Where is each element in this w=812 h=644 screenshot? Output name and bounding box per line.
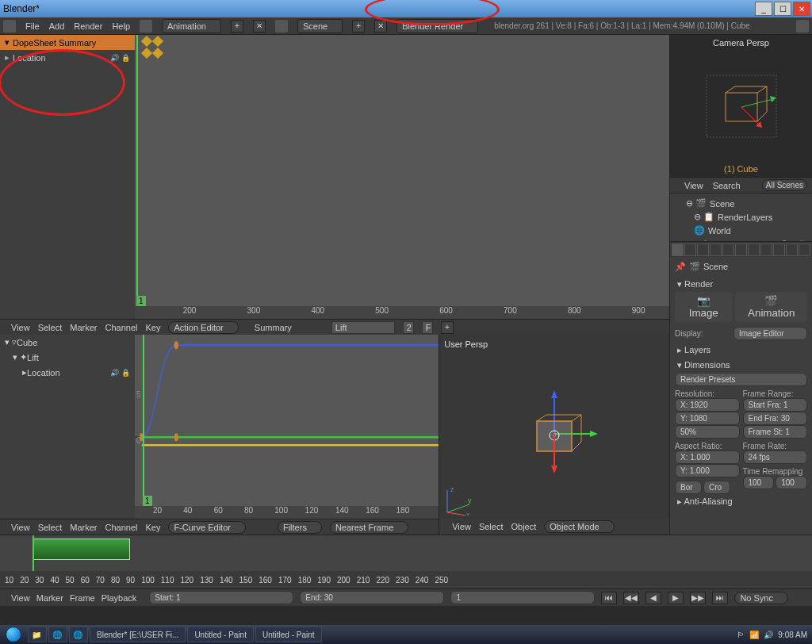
res-pct-field[interactable]: 50% (675, 425, 740, 439)
v3d-menu-select[interactable]: Select (479, 522, 504, 531)
outliner-renderlayers[interactable]: ⊖ 📋 RenderLayers (670, 210, 812, 224)
start-frame-field[interactable]: Start: 1 (149, 591, 293, 604)
taskbar-blender[interactable]: Blender* [E:\USER Fi... (90, 627, 186, 642)
dope-menu-marker[interactable]: Marker (70, 323, 97, 332)
layout-browse-icon[interactable] (140, 20, 152, 33)
res-x-field[interactable]: X: 1920 (675, 398, 740, 412)
outliner-camera[interactable]: ⊕ 📷 Camera👁↖📷 (670, 237, 812, 241)
dope-menu-select[interactable]: Select (38, 323, 63, 332)
keyframe-icon[interactable] (141, 48, 152, 59)
filters-button[interactable]: Filters (278, 521, 322, 534)
display-dropdown[interactable]: Image Editor (733, 327, 807, 340)
tray-network-icon[interactable]: 📶 (749, 631, 759, 639)
keyframe-icon[interactable] (152, 36, 163, 47)
aa-panel-header[interactable]: ▸ Anti-Aliasing (675, 494, 807, 509)
outliner-view[interactable]: View (684, 181, 703, 190)
minimize-button[interactable]: _ (755, 2, 772, 16)
keyframe-icon[interactable] (152, 48, 163, 59)
frame-start-field[interactable]: Start Fra: 1 (743, 398, 808, 412)
outliner-display-dropdown[interactable]: All Scenes (762, 179, 807, 191)
graph-frame-indicator[interactable] (143, 335, 144, 519)
tl-menu-marker[interactable]: Marker (36, 593, 63, 603)
tl-menu-playback[interactable]: Playback (102, 593, 137, 603)
new-field[interactable]: 100 (776, 476, 807, 489)
action-add-button[interactable]: + (441, 321, 454, 334)
prop-tab-constraint[interactable] (722, 243, 734, 256)
fake-user-button[interactable]: F (422, 321, 433, 334)
prop-tab-material[interactable] (760, 243, 772, 256)
scene-add-button[interactable]: + (352, 20, 365, 33)
outliner-search[interactable]: Search (713, 181, 741, 190)
pin-icon[interactable]: 📌 (675, 262, 686, 272)
graph-menu-channel[interactable]: Channel (105, 523, 137, 532)
eye-icon[interactable]: 👁 (780, 239, 789, 241)
prop-tab-particles[interactable] (786, 243, 798, 256)
dopesheet-location-row[interactable]: ▸ Location 🔊 🔒 (0, 50, 135, 65)
scene-dropdown[interactable]: Scene (297, 19, 343, 33)
layout-add-button[interactable]: + (231, 20, 243, 33)
frame-end-field[interactable]: End Fra: 30 (743, 412, 808, 425)
render-animation-button[interactable]: 🎬 Animation (735, 292, 807, 322)
v3d-menu-view[interactable]: View (452, 522, 471, 531)
dimensions-panel-header[interactable]: ▾ Dimensions (675, 358, 807, 373)
res-y-field[interactable]: Y: 1080 (675, 412, 740, 425)
tray-volume-icon[interactable]: 🔊 (764, 631, 773, 639)
scene-browse-icon[interactable] (275, 20, 288, 33)
dope-menu-key[interactable]: Key (145, 323, 160, 332)
menu-render[interactable]: Render (74, 21, 102, 31)
aspect-y-field[interactable]: Y: 1.000 (675, 464, 740, 477)
play-reverse-button[interactable]: ◀ (645, 592, 661, 604)
viewport-cube[interactable] (507, 386, 602, 481)
prop-tab-texture[interactable] (773, 243, 785, 256)
jump-end-button[interactable]: ⏭ (712, 592, 728, 604)
dope-editor-dropdown[interactable]: Action Editor (168, 321, 238, 334)
scene-datablock[interactable]: Scene (703, 262, 728, 272)
prop-tab-physics[interactable] (799, 243, 810, 256)
quick-launch-icon[interactable]: 📁 (28, 627, 47, 642)
render-engine-dropdown[interactable]: Blender Render (396, 19, 478, 33)
border-toggle[interactable]: Bor (675, 481, 702, 494)
graph-editor-dropdown[interactable]: F-Curve Editor (168, 521, 246, 534)
jump-start-button[interactable]: ⏮ (601, 592, 617, 604)
top-panel-icon[interactable] (796, 20, 809, 33)
graph-curves[interactable] (135, 335, 439, 519)
play-button[interactable]: ▶ (668, 592, 684, 604)
prop-tab-data[interactable] (748, 243, 760, 256)
render-icon[interactable]: 📷 (799, 239, 810, 241)
prop-tab-scene[interactable] (684, 243, 696, 256)
render-image-button[interactable]: 📷 Image (675, 292, 732, 322)
timeline-ruler[interactable] (0, 535, 812, 571)
dope-menu-view[interactable]: View (11, 323, 30, 332)
mode-dropdown[interactable]: Object Mode (544, 520, 614, 533)
keyframe-next-button[interactable]: ▶▶ (690, 592, 706, 604)
layers-panel-header[interactable]: ▸ Layers (675, 343, 807, 358)
current-frame-field[interactable]: 1 (450, 591, 595, 604)
action-name-field[interactable] (331, 321, 395, 334)
prop-tab-render[interactable] (672, 243, 684, 256)
prop-tab-object[interactable] (710, 243, 722, 256)
dopesheet-ruler[interactable]: 200 300 400 500 600 700 800 900 (135, 306, 669, 319)
sync-dropdown[interactable]: No Sync (734, 592, 788, 604)
timeline-frame-indicator[interactable] (33, 535, 34, 571)
blender-icon[interactable] (3, 20, 16, 33)
graph-menu-select[interactable]: Select (38, 523, 63, 532)
keyframe-prev-button[interactable]: ◀◀ (623, 592, 639, 604)
maximize-button[interactable]: ☐ (774, 2, 791, 16)
end-frame-field[interactable]: End: 30 (300, 591, 444, 604)
menu-add[interactable]: Add (49, 21, 65, 31)
v3d-menu-object[interactable]: Object (511, 522, 536, 531)
graph-menu-view[interactable]: View (11, 523, 30, 532)
graph-menu-marker[interactable]: Marker (70, 523, 97, 532)
layout-dropdown[interactable]: Animation (162, 19, 221, 33)
render-panel-header[interactable]: ▾ Render (675, 277, 807, 292)
quick-launch-icon[interactable]: 🌐 (69, 627, 88, 642)
graph-menu-key[interactable]: Key (145, 523, 160, 532)
start-button[interactable] (0, 625, 27, 644)
crop-toggle[interactable]: Cro (703, 481, 730, 494)
graph-ruler[interactable]: 20 40 60 80 100 120 140 160 180 (135, 506, 439, 519)
menu-file[interactable]: File (25, 21, 40, 31)
dopesheet-summary-row[interactable]: ▾ DopeSheet Summary (0, 35, 135, 50)
layout-delete-button[interactable]: ✕ (253, 20, 266, 33)
keyframe-icon[interactable] (141, 36, 152, 47)
graph-cube-row[interactable]: ▾ ▿ Cube (0, 335, 135, 350)
